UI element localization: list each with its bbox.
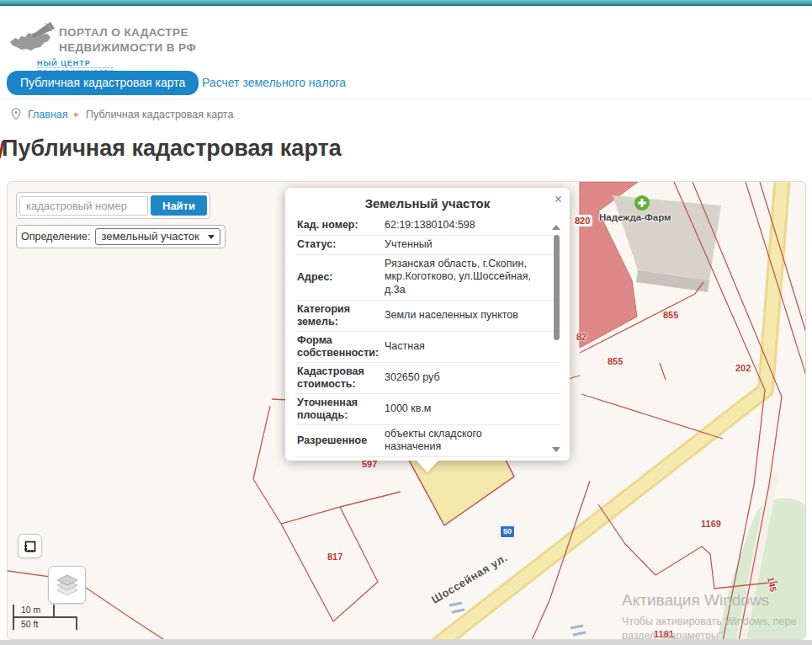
extent-icon [24,540,37,553]
breadcrumb: Главная ▸ Публичная кадастровая карта [11,108,233,120]
rose-parcel-notch [592,198,602,210]
site-logo: ПОРТАЛ О КАДАСТРЕ НЕДВИЖИМОСТИ В РФ [8,20,196,56]
page-title: Публичная кадастровая карта [2,136,342,162]
logo-line1: ПОРТАЛ О КАДАСТРЕ [59,25,196,40]
windows-activation-watermark: Активация Windows Чтобы активировать Win… [622,591,796,640]
parcel-label-820: 820 [572,215,592,227]
breadcrumb-current: Публичная кадастровая карта [86,109,233,120]
bottom-scroll-strip[interactable] [0,640,812,645]
row-value: Рязанская область, г.Скопин, мкр.Коготко… [385,258,538,297]
popup-row: Категория земель: Земли населенных пункт… [295,301,560,332]
row-label: Уточненная площадь: [297,397,385,422]
popup-row: Кадастровая стоимость: 302650 руб [295,363,560,394]
tab-land-tax-calc[interactable]: Расчет земельного налога [202,76,346,89]
parcel-label-817: 817 [327,552,342,562]
logo-line2: НЕДВИЖИМОСТИ В РФ [59,40,196,56]
poi-label-nadezhda-farm: Надежда-Фарм [599,212,671,222]
row-value: Частная [385,340,538,354]
definition-filter: Определение: земельный участок [16,225,226,248]
row-value: 302650 руб [385,371,538,385]
parcel-label-202: 202 [735,363,751,373]
row-label: Статус: [297,238,385,251]
parcel-label-855b: 855 [608,356,623,366]
popup-pointer [416,460,439,472]
popup-row: Разрешенное объекты складского назначени… [295,425,560,457]
row-value: Учтенный [385,238,538,252]
popup-title: Земельный участок [295,196,560,211]
close-icon[interactable]: × [555,193,562,206]
breadcrumb-separator: ▸ [75,109,80,120]
cadastral-search: Найти [16,192,210,219]
row-label: Кадастровая стоимость: [297,365,385,391]
find-button[interactable]: Найти [151,195,207,216]
parcel-label-855a: 855 [663,310,678,320]
row-value: 1000 кв.м [385,402,538,416]
row-value: объекты складского назначения [385,428,538,454]
popup-row: Статус: Учтенный [295,236,560,255]
pharmacy-poi-icon[interactable] [634,195,650,211]
popup-scrollbar[interactable] [554,235,560,340]
row-value: 62:19:1380104:598 [385,219,538,232]
extent-button[interactable] [18,534,42,558]
scroll-down-icon[interactable] [552,447,560,452]
popup-row: Кад. номер: 62:19:1380104:598 [295,216,560,236]
tab-public-cadastral-map[interactable]: Публичная кадастровая карта [7,71,199,95]
breadcrumb-home-link[interactable]: Главная [28,109,68,120]
main-tabs: Публичная кадастровая карта Расчет земел… [0,71,812,95]
top-accent-bar [0,0,812,6]
row-label: Форма собственности: [297,334,385,360]
popup-row: Адрес: Рязанская область, г.Скопин, мкр.… [295,255,560,301]
row-label: Разрешенное [297,434,385,447]
popup-row: Форма собственности: Частная [295,332,560,363]
road-number-sign: 50 [499,525,516,539]
tabs-divider [0,99,812,99]
filter-selected-value: земельный участок [102,230,199,243]
scale-imperial: 50 ft [13,616,77,630]
scroll-up-icon[interactable] [552,225,560,230]
filter-label: Определение: [21,231,91,243]
parcel-label-1169: 1169 [701,519,721,529]
russia-map-logo-icon [8,20,56,54]
filter-select[interactable]: земельный участок [95,228,220,245]
map-canvas[interactable]: 598 597 817 855 855 202 1169 1181 820 14… [7,181,806,640]
row-label: Кад. номер: [297,219,385,232]
parcel-label-82: 82 [576,332,586,342]
layers-icon [55,573,80,597]
layers-button[interactable] [48,566,86,604]
chevron-down-icon [208,235,215,239]
popup-row: Уточненная площадь: 1000 кв.м [295,394,560,425]
parcel-label-597: 597 [362,459,377,469]
row-label: Адрес: [297,271,385,284]
row-value: Земли населенных пунктов [385,309,538,322]
parcel-info-popup: × Земельный участок Кад. номер: 62:19:13… [285,188,570,461]
search-input[interactable] [19,196,148,216]
row-label: Категория земель: [297,303,385,328]
location-pin-icon [11,108,21,120]
scale-bar: 10 m 50 ft [13,605,77,630]
